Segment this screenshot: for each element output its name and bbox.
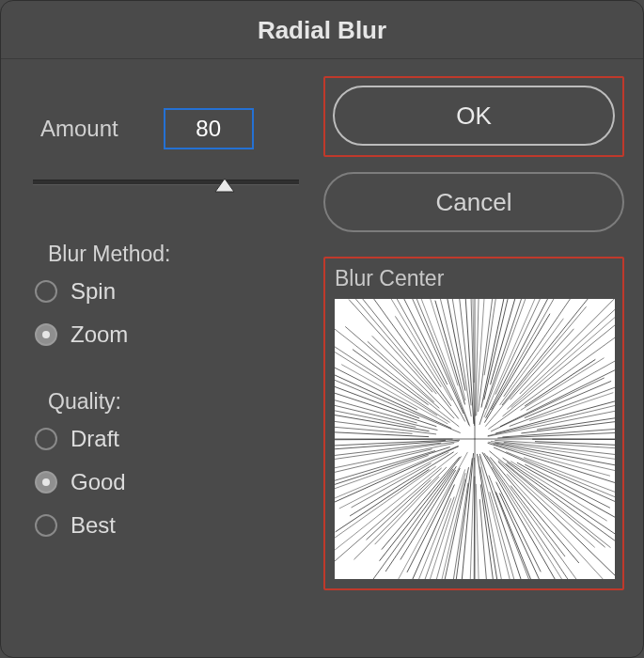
- radio-label: Draft: [71, 426, 119, 452]
- svg-line-138: [504, 299, 573, 397]
- svg-line-46: [448, 458, 472, 579]
- svg-line-57: [401, 470, 456, 559]
- svg-line-24: [507, 474, 605, 579]
- blur-method-group: Spin Zoom: [35, 278, 306, 348]
- svg-line-40: [480, 484, 499, 579]
- quality-group: Draft Good Best: [35, 426, 306, 539]
- svg-line-4: [535, 442, 615, 446]
- ok-button-highlight: OK: [323, 76, 624, 157]
- svg-line-103: [372, 336, 455, 418]
- slider-track: [33, 180, 299, 185]
- svg-line-124: [476, 299, 479, 416]
- blur-center-highlight: Blur Center: [323, 257, 624, 590]
- svg-line-152: [491, 378, 605, 431]
- svg-line-151: [500, 349, 615, 427]
- radio-spin[interactable]: Spin: [35, 278, 306, 305]
- svg-line-59: [368, 469, 453, 579]
- svg-line-88: [335, 409, 416, 427]
- quality-title: Quality:: [48, 389, 306, 415]
- ok-button[interactable]: OK: [333, 86, 615, 146]
- radio-draft[interactable]: Draft: [35, 426, 306, 452]
- svg-line-23: [498, 462, 615, 579]
- amount-slider[interactable]: [33, 174, 299, 198]
- svg-line-29: [492, 467, 563, 579]
- svg-line-70: [352, 463, 432, 508]
- svg-line-104: [349, 299, 432, 392]
- svg-line-109: [388, 299, 452, 400]
- amount-input[interactable]: [164, 108, 254, 149]
- svg-line-86: [335, 421, 436, 434]
- svg-line-74: [335, 455, 429, 509]
- svg-line-27: [487, 456, 592, 579]
- radial-blur-dialog: Radial Blur Amount Blur Method: S: [0, 0, 644, 658]
- svg-line-131: [479, 299, 537, 425]
- svg-line-84: [335, 431, 429, 436]
- radio-icon: [35, 323, 57, 346]
- svg-line-44: [470, 458, 475, 579]
- svg-marker-0: [215, 179, 234, 192]
- blur-center-preview[interactable]: [335, 299, 615, 579]
- svg-line-137: [484, 314, 550, 423]
- svg-line-36: [490, 492, 529, 579]
- cancel-button[interactable]: Cancel: [323, 172, 624, 232]
- svg-line-146: [503, 311, 615, 416]
- radio-icon: [35, 280, 57, 303]
- svg-line-33: [495, 492, 539, 579]
- svg-line-11: [488, 443, 615, 487]
- svg-line-121: [464, 299, 474, 424]
- dialog-title: Radial Blur: [1, 1, 643, 59]
- svg-line-112: [390, 299, 463, 414]
- svg-line-139: [500, 319, 564, 405]
- blur-center-title: Blur Center: [335, 266, 615, 291]
- svg-line-98: [335, 341, 449, 422]
- radio-good[interactable]: Good: [35, 469, 306, 495]
- svg-line-158: [488, 408, 615, 437]
- svg-line-10: [493, 444, 609, 476]
- svg-line-120: [452, 299, 472, 405]
- svg-line-160: [521, 415, 615, 433]
- svg-line-28: [484, 453, 571, 579]
- svg-line-64: [366, 479, 431, 540]
- radio-icon: [35, 471, 57, 494]
- radio-best[interactable]: Best: [35, 512, 306, 539]
- slider-thumb[interactable]: [213, 177, 236, 194]
- svg-line-43: [474, 477, 475, 579]
- svg-line-125: [477, 299, 485, 415]
- radio-label: Best: [71, 512, 116, 539]
- radio-label: Zoom: [71, 321, 128, 348]
- radio-icon: [35, 514, 57, 537]
- svg-line-51: [423, 469, 465, 579]
- svg-line-12: [524, 458, 615, 514]
- svg-line-136: [491, 299, 555, 410]
- svg-line-141: [485, 306, 586, 426]
- svg-line-42: [476, 484, 479, 579]
- blur-method-title: Blur Method:: [48, 242, 306, 267]
- svg-line-67: [335, 466, 436, 542]
- svg-line-60: [380, 457, 462, 561]
- svg-line-17: [510, 462, 606, 521]
- svg-line-15: [525, 464, 610, 508]
- amount-label: Amount: [40, 116, 118, 142]
- svg-line-113: [393, 299, 469, 425]
- svg-line-58: [385, 466, 456, 572]
- right-column: OK Cancel Blur Center: [323, 76, 624, 590]
- svg-line-55: [407, 468, 460, 572]
- radio-label: Good: [71, 469, 126, 495]
- svg-line-63: [353, 467, 447, 559]
- svg-line-76: [335, 451, 435, 489]
- left-column: Amount Blur Method: Spin: [25, 76, 306, 590]
- svg-line-96: [341, 365, 448, 424]
- svg-line-72: [335, 446, 459, 524]
- svg-line-92: [335, 369, 419, 418]
- svg-line-116: [435, 301, 465, 405]
- svg-line-61: [382, 457, 460, 549]
- svg-line-71: [339, 452, 449, 509]
- svg-line-68: [336, 469, 430, 532]
- radio-label: Spin: [71, 278, 116, 305]
- svg-line-21: [489, 451, 605, 547]
- svg-line-134: [495, 299, 552, 395]
- radio-zoom[interactable]: Zoom: [35, 321, 306, 348]
- svg-line-95: [335, 367, 417, 409]
- radio-icon: [35, 428, 57, 450]
- svg-line-162: [497, 431, 615, 438]
